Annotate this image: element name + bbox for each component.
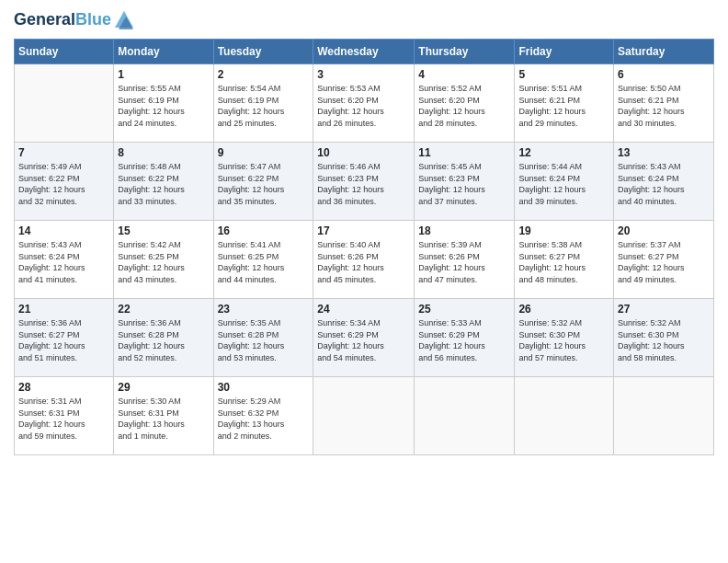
- day-number: 22: [118, 303, 209, 316]
- day-info: Sunrise: 5:43 AM Sunset: 6:24 PM Dayligh…: [18, 239, 109, 285]
- calendar-week-row: 7Sunrise: 5:49 AM Sunset: 6:22 PM Daylig…: [15, 143, 714, 221]
- calendar-day-cell: 6Sunrise: 5:50 AM Sunset: 6:21 PM Daylig…: [614, 64, 714, 143]
- day-number: 30: [218, 381, 310, 394]
- calendar-page: GeneralBlue SundayMondayTuesdayWednesday…: [0, 0, 728, 563]
- day-number: 3: [317, 68, 410, 81]
- calendar-day-cell: 24Sunrise: 5:34 AM Sunset: 6:29 PM Dayli…: [313, 299, 415, 377]
- day-number: 25: [418, 303, 510, 316]
- calendar-day-cell: 1Sunrise: 5:55 AM Sunset: 6:19 PM Daylig…: [114, 64, 213, 143]
- empty-cell: [515, 377, 614, 455]
- day-info: Sunrise: 5:29 AM Sunset: 6:32 PM Dayligh…: [218, 396, 310, 442]
- day-info: Sunrise: 5:39 AM Sunset: 6:26 PM Dayligh…: [418, 239, 510, 285]
- day-number: 19: [518, 224, 609, 237]
- day-number: 20: [618, 224, 710, 237]
- calendar-table: SundayMondayTuesdayWednesdayThursdayFrid…: [14, 39, 714, 455]
- day-number: 26: [518, 303, 609, 316]
- day-number: 12: [518, 146, 609, 159]
- day-info: Sunrise: 5:44 AM Sunset: 6:24 PM Dayligh…: [518, 161, 609, 207]
- day-info: Sunrise: 5:43 AM Sunset: 6:24 PM Dayligh…: [618, 161, 710, 207]
- day-header-sunday: Sunday: [15, 40, 114, 64]
- logo-icon: [113, 9, 135, 31]
- day-info: Sunrise: 5:36 AM Sunset: 6:27 PM Dayligh…: [18, 317, 109, 363]
- day-info: Sunrise: 5:32 AM Sunset: 6:30 PM Dayligh…: [518, 317, 609, 363]
- calendar-header-row: SundayMondayTuesdayWednesdayThursdayFrid…: [15, 40, 714, 64]
- calendar-day-cell: 29Sunrise: 5:30 AM Sunset: 6:31 PM Dayli…: [114, 377, 213, 455]
- calendar-day-cell: 2Sunrise: 5:54 AM Sunset: 6:19 PM Daylig…: [213, 64, 313, 143]
- calendar-day-cell: 23Sunrise: 5:35 AM Sunset: 6:28 PM Dayli…: [213, 299, 313, 377]
- day-info: Sunrise: 5:47 AM Sunset: 6:22 PM Dayligh…: [218, 161, 310, 207]
- day-number: 4: [418, 68, 510, 81]
- calendar-day-cell: 25Sunrise: 5:33 AM Sunset: 6:29 PM Dayli…: [415, 299, 515, 377]
- day-info: Sunrise: 5:49 AM Sunset: 6:22 PM Dayligh…: [18, 161, 109, 207]
- day-number: 13: [618, 146, 710, 159]
- day-info: Sunrise: 5:31 AM Sunset: 6:31 PM Dayligh…: [18, 396, 109, 442]
- calendar-day-cell: 22Sunrise: 5:36 AM Sunset: 6:28 PM Dayli…: [114, 299, 213, 377]
- day-number: 21: [18, 303, 109, 316]
- calendar-day-cell: 10Sunrise: 5:46 AM Sunset: 6:23 PM Dayli…: [313, 143, 415, 221]
- day-number: 15: [118, 224, 209, 237]
- calendar-day-cell: 19Sunrise: 5:38 AM Sunset: 6:27 PM Dayli…: [515, 221, 614, 299]
- day-info: Sunrise: 5:54 AM Sunset: 6:19 PM Dayligh…: [218, 83, 310, 129]
- calendar-week-row: 21Sunrise: 5:36 AM Sunset: 6:27 PM Dayli…: [15, 299, 714, 377]
- calendar-day-cell: 17Sunrise: 5:40 AM Sunset: 6:26 PM Dayli…: [313, 221, 415, 299]
- calendar-day-cell: 15Sunrise: 5:42 AM Sunset: 6:25 PM Dayli…: [114, 221, 213, 299]
- calendar-day-cell: 8Sunrise: 5:48 AM Sunset: 6:22 PM Daylig…: [114, 143, 213, 221]
- day-number: 24: [317, 303, 410, 316]
- calendar-day-cell: 3Sunrise: 5:53 AM Sunset: 6:20 PM Daylig…: [313, 64, 415, 143]
- empty-cell: [614, 377, 714, 455]
- calendar-day-cell: 14Sunrise: 5:43 AM Sunset: 6:24 PM Dayli…: [15, 221, 114, 299]
- day-header-wednesday: Wednesday: [313, 40, 415, 64]
- logo: GeneralBlue: [14, 9, 135, 31]
- day-number: 10: [317, 146, 410, 159]
- calendar-week-row: 28Sunrise: 5:31 AM Sunset: 6:31 PM Dayli…: [15, 377, 714, 455]
- calendar-day-cell: 21Sunrise: 5:36 AM Sunset: 6:27 PM Dayli…: [15, 299, 114, 377]
- empty-cell: [15, 64, 114, 143]
- day-number: 28: [18, 381, 109, 394]
- calendar-day-cell: 26Sunrise: 5:32 AM Sunset: 6:30 PM Dayli…: [515, 299, 614, 377]
- calendar-week-row: 14Sunrise: 5:43 AM Sunset: 6:24 PM Dayli…: [15, 221, 714, 299]
- day-number: 6: [618, 68, 710, 81]
- day-number: 27: [618, 303, 710, 316]
- calendar-day-cell: 16Sunrise: 5:41 AM Sunset: 6:25 PM Dayli…: [213, 221, 313, 299]
- day-info: Sunrise: 5:50 AM Sunset: 6:21 PM Dayligh…: [618, 83, 710, 129]
- calendar-day-cell: 7Sunrise: 5:49 AM Sunset: 6:22 PM Daylig…: [15, 143, 114, 221]
- day-info: Sunrise: 5:34 AM Sunset: 6:29 PM Dayligh…: [317, 317, 410, 363]
- calendar-day-cell: 18Sunrise: 5:39 AM Sunset: 6:26 PM Dayli…: [415, 221, 515, 299]
- calendar-week-row: 1Sunrise: 5:55 AM Sunset: 6:19 PM Daylig…: [15, 64, 714, 143]
- day-number: 14: [18, 224, 109, 237]
- day-info: Sunrise: 5:46 AM Sunset: 6:23 PM Dayligh…: [317, 161, 410, 207]
- calendar-day-cell: 12Sunrise: 5:44 AM Sunset: 6:24 PM Dayli…: [515, 143, 614, 221]
- day-number: 2: [218, 68, 310, 81]
- calendar-day-cell: 5Sunrise: 5:51 AM Sunset: 6:21 PM Daylig…: [515, 64, 614, 143]
- calendar-day-cell: 13Sunrise: 5:43 AM Sunset: 6:24 PM Dayli…: [614, 143, 714, 221]
- day-header-friday: Friday: [515, 40, 614, 64]
- day-number: 1: [118, 68, 209, 81]
- empty-cell: [415, 377, 515, 455]
- day-info: Sunrise: 5:45 AM Sunset: 6:23 PM Dayligh…: [418, 161, 510, 207]
- calendar-day-cell: 28Sunrise: 5:31 AM Sunset: 6:31 PM Dayli…: [15, 377, 114, 455]
- day-number: 29: [118, 381, 209, 394]
- day-info: Sunrise: 5:30 AM Sunset: 6:31 PM Dayligh…: [118, 396, 209, 442]
- day-number: 11: [418, 146, 510, 159]
- day-header-tuesday: Tuesday: [213, 40, 313, 64]
- day-header-thursday: Thursday: [415, 40, 515, 64]
- day-number: 7: [18, 146, 109, 159]
- calendar-day-cell: 20Sunrise: 5:37 AM Sunset: 6:27 PM Dayli…: [614, 221, 714, 299]
- day-number: 23: [218, 303, 310, 316]
- empty-cell: [313, 377, 415, 455]
- day-info: Sunrise: 5:48 AM Sunset: 6:22 PM Dayligh…: [118, 161, 209, 207]
- calendar-day-cell: 9Sunrise: 5:47 AM Sunset: 6:22 PM Daylig…: [213, 143, 313, 221]
- day-info: Sunrise: 5:38 AM Sunset: 6:27 PM Dayligh…: [518, 239, 609, 285]
- day-number: 9: [218, 146, 310, 159]
- day-info: Sunrise: 5:52 AM Sunset: 6:20 PM Dayligh…: [418, 83, 510, 129]
- day-info: Sunrise: 5:37 AM Sunset: 6:27 PM Dayligh…: [618, 239, 710, 285]
- day-info: Sunrise: 5:41 AM Sunset: 6:25 PM Dayligh…: [218, 239, 310, 285]
- day-info: Sunrise: 5:55 AM Sunset: 6:19 PM Dayligh…: [118, 83, 209, 129]
- day-info: Sunrise: 5:51 AM Sunset: 6:21 PM Dayligh…: [518, 83, 609, 129]
- day-number: 17: [317, 224, 410, 237]
- day-number: 18: [418, 224, 510, 237]
- day-number: 5: [518, 68, 609, 81]
- calendar-day-cell: 4Sunrise: 5:52 AM Sunset: 6:20 PM Daylig…: [415, 64, 515, 143]
- day-header-monday: Monday: [114, 40, 213, 64]
- day-info: Sunrise: 5:35 AM Sunset: 6:28 PM Dayligh…: [218, 317, 310, 363]
